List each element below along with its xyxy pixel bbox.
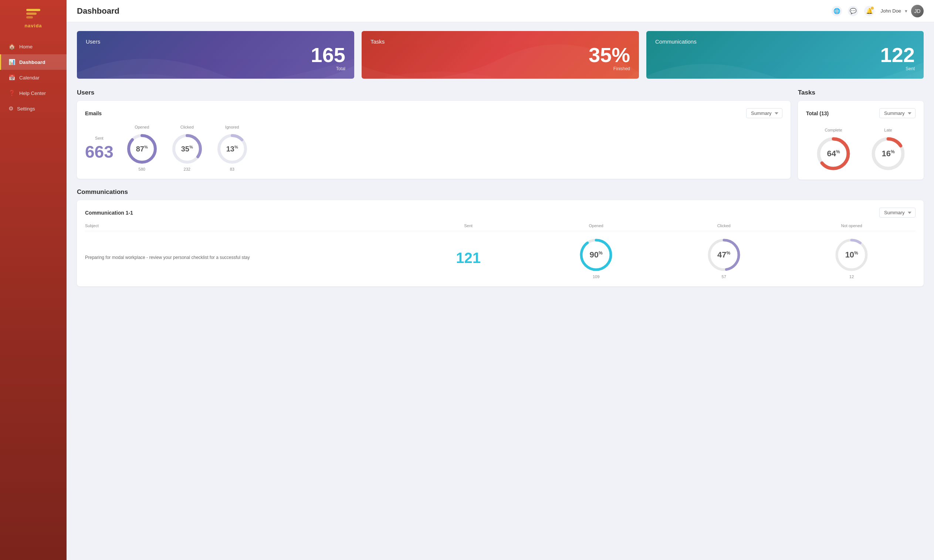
col-header-clicked: Clicked <box>660 223 788 228</box>
comms-not-opened-pct: 10% <box>845 251 858 259</box>
emails-summary-select[interactable]: Summary Weekly Monthly <box>746 108 783 118</box>
comms-data-row: Preparing for modal workplace - review y… <box>85 236 915 279</box>
users-card-label: Users <box>86 38 345 45</box>
header-right: 🌐 💬 🔔 John Doe ▼ JD <box>832 5 924 17</box>
settings-icon: ⚙ <box>9 105 13 112</box>
tasks-late-label: Late <box>884 128 892 132</box>
main-content: Dashboard 🌐 💬 🔔 John Doe ▼ JD <box>66 0 934 560</box>
comms-clicked-center: 47% <box>717 251 730 259</box>
email-clicked-pct: 35% <box>181 145 193 152</box>
help-icon: ❓ <box>9 90 15 96</box>
comms-summary-select[interactable]: Summary Weekly Monthly <box>879 208 915 218</box>
tasks-card-header: Total (13) Summary Weekly Monthly <box>806 108 915 118</box>
comms-not-opened-col: 10% 12 <box>787 236 915 279</box>
tasks-late-center: 16% <box>882 149 894 158</box>
comms-not-opened-count: 12 <box>849 274 854 279</box>
col-header-not-opened: Not opened <box>787 223 915 228</box>
header: Dashboard 🌐 💬 🔔 John Doe ▼ JD <box>66 0 934 22</box>
sidebar-item-settings-label: Settings <box>17 106 35 112</box>
stat-card-users: Users 165 Total <box>77 31 354 79</box>
comms-not-opened-center: 10% <box>845 251 858 259</box>
users-section: Users Emails Summary Weekly Monthly Se <box>77 89 790 180</box>
emails-card: Emails Summary Weekly Monthly Sent 663 <box>77 101 790 179</box>
tasks-complete-chart: 64% <box>815 135 852 172</box>
comms-sent-col: 121 <box>404 251 533 265</box>
email-clicked-center: 35% <box>181 145 193 152</box>
email-opened-label: Opened <box>134 125 149 129</box>
page-title: Dashboard <box>77 6 119 16</box>
tasks-late-chart: 16% <box>870 135 907 172</box>
sidebar-item-calendar[interactable]: 📅 Calendar <box>0 70 66 85</box>
tasks-section: Tasks Total (13) Summary Weekly Monthly <box>798 89 924 180</box>
email-stats: Sent 663 Opened <box>85 125 783 171</box>
comms-section: Communications Communication 1-1 Summary… <box>77 188 924 286</box>
comms-opened-chart: 90% <box>577 236 614 273</box>
email-opened-donut: Opened 87% 580 <box>125 125 159 171</box>
sidebar-item-dashboard[interactable]: 📊 Dashboard <box>0 54 66 70</box>
email-clicked-donut: Clicked 35% 232 <box>170 125 204 171</box>
comms-card-label: Communications <box>655 38 915 45</box>
stat-card-comms: Communications 122 Sent <box>646 31 924 79</box>
col-header-sent: Sent <box>404 223 533 228</box>
sidebar-item-settings[interactable]: ⚙ Settings <box>0 101 66 116</box>
comms-sent-value: 121 <box>456 251 481 265</box>
comms-card: Communication 1-1 Summary Weekly Monthly… <box>77 200 924 286</box>
emails-card-header: Emails Summary Weekly Monthly <box>85 108 783 118</box>
sidebar: navida 🏠 Home 📊 Dashboard 📅 Calendar ❓ H… <box>0 0 66 560</box>
chat-icon[interactable]: 💬 <box>848 6 858 16</box>
comms-opened-col: 90% 109 <box>532 236 660 279</box>
globe-icon[interactable]: 🌐 <box>832 6 842 16</box>
sidebar-nav: 🏠 Home 📊 Dashboard 📅 Calendar ❓ Help Cen… <box>0 39 66 116</box>
tasks-complete-center: 64% <box>827 149 840 158</box>
users-tasks-row: Users Emails Summary Weekly Monthly Se <box>77 89 924 180</box>
sidebar-item-help[interactable]: ❓ Help Center <box>0 85 66 101</box>
svg-rect-2 <box>26 16 33 18</box>
emails-card-title: Emails <box>85 111 102 116</box>
content-area: Users 165 Total Tasks 35% Finished <box>66 22 934 560</box>
email-opened-pct: 87% <box>136 145 148 152</box>
sidebar-item-calendar-label: Calendar <box>19 75 40 80</box>
email-clicked-label: Clicked <box>181 125 194 129</box>
user-info[interactable]: John Doe ▼ JD <box>880 5 924 17</box>
email-opened-chart: 87% <box>125 132 159 166</box>
tasks-section-title: Tasks <box>798 89 924 96</box>
notification-icon[interactable]: 🔔 <box>864 6 874 16</box>
users-card-sub: Total <box>336 66 345 71</box>
sidebar-item-home-label: Home <box>19 44 32 49</box>
sidebar-item-help-label: Help Center <box>19 91 46 96</box>
tasks-card-title: Total (13) <box>806 111 829 116</box>
logo-text: navida <box>25 23 42 28</box>
comms-opened-center: 90% <box>590 251 603 259</box>
logo: navida <box>25 6 42 28</box>
comms-subject-text: Preparing for modal workplace - review y… <box>85 254 404 261</box>
tasks-summary-select[interactable]: Summary Weekly Monthly <box>879 108 915 118</box>
stat-card-tasks: Tasks 35% Finished <box>361 31 639 79</box>
email-sent-stat: Sent 663 <box>85 136 114 160</box>
tasks-late-pct: 16% <box>882 149 894 158</box>
comms-section-title: Communications <box>77 188 924 196</box>
tasks-card-sub: Finished <box>613 66 630 71</box>
tasks-card-value-row: 35% Finished <box>371 45 630 71</box>
email-clicked-count: 232 <box>184 167 190 171</box>
comms-card-value: 122 <box>880 45 915 65</box>
comms-card-header: Communication 1-1 Summary Weekly Monthly <box>85 208 915 218</box>
tasks-complete-pct: 64% <box>827 149 840 158</box>
email-ignored-chart: 13% <box>216 132 249 166</box>
users-section-title: Users <box>77 89 790 96</box>
home-icon: 🏠 <box>9 43 15 50</box>
email-clicked-chart: 35% <box>170 132 204 166</box>
svg-rect-1 <box>26 12 37 15</box>
tasks-card: Total (13) Summary Weekly Monthly Comple… <box>798 101 924 180</box>
avatar: JD <box>911 5 924 17</box>
logo-icon <box>26 6 41 22</box>
sidebar-item-home[interactable]: 🏠 Home <box>0 39 66 54</box>
col-header-subject: Subject <box>85 223 404 228</box>
user-name: John Doe <box>880 8 901 14</box>
email-ignored-donut: Ignored 13% 83 <box>216 125 249 171</box>
sidebar-item-dashboard-label: Dashboard <box>19 60 45 65</box>
comms-table-header: Subject Sent Opened Clicked Not opened <box>85 223 915 231</box>
comms-opened-pct: 90% <box>590 251 603 259</box>
comms-card-sub: Sent <box>906 66 915 71</box>
tasks-late-donut: Late 16% <box>870 128 907 172</box>
comms-clicked-count: 57 <box>722 274 726 279</box>
